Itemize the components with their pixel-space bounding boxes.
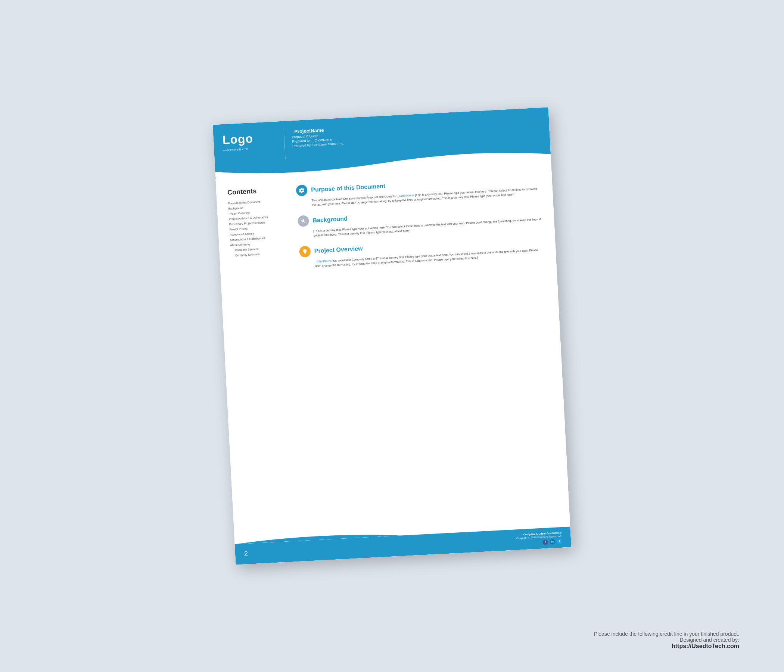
credit-line2: Designed and created by: (594, 637, 739, 643)
section-project-overview: Project Overview _ClientName has request… (299, 234, 545, 269)
background-icon-circle (297, 215, 310, 227)
logo-area: Logo www.example.com (222, 128, 281, 152)
section-overview-title: Project Overview (314, 245, 363, 255)
footer-social-icons: f in t (543, 538, 562, 545)
purpose-icon-circle (296, 184, 308, 196)
header-info: _ProjectName Proposal & Quote Prepared f… (291, 125, 344, 148)
page-body: Contents Purpose of this Document Backgr… (216, 163, 557, 281)
credit-line1: Please include the following credit line… (594, 631, 739, 637)
main-content: Purpose of this Document This document c… (296, 173, 545, 277)
table-of-contents: Contents Purpose of this Document Backgr… (227, 185, 292, 281)
credit-line3: https://UsedtoTech.com (594, 643, 739, 650)
page-number: 2 (244, 550, 248, 558)
wrench-icon (300, 218, 306, 224)
client-name-highlight: _ClientName (397, 193, 414, 198)
linkedin-icon[interactable]: in (549, 539, 555, 544)
lightbulb-icon (302, 249, 308, 255)
twitter-icon[interactable]: t (557, 538, 562, 544)
gear-icon (299, 187, 305, 194)
page-content: Logo www.example.com _ProjectName Propos… (213, 107, 572, 565)
document-page: Logo www.example.com _ProjectName Propos… (213, 107, 572, 565)
section-background: Background [This is a dummy text. Please… (297, 203, 543, 239)
section-background-title: Background (313, 215, 348, 224)
overview-icon-circle (299, 246, 311, 258)
header-divider (284, 129, 286, 159)
section-purpose: Purpose of this Document This document c… (296, 173, 541, 208)
section-purpose-title: Purpose of this Document (311, 182, 386, 193)
logo-url: www.example.com (223, 148, 248, 152)
logo-text: Logo (222, 132, 254, 147)
facebook-icon[interactable]: f (543, 539, 548, 545)
toc-item-solutions[interactable]: Company Solutions (231, 251, 291, 257)
footer-right-section: Company & Client Confidential Copyright … (516, 531, 562, 546)
client-name-highlight2: _ClientName (315, 260, 331, 264)
credit-area: Please include the following credit line… (594, 631, 739, 650)
toc-title: Contents (227, 185, 288, 196)
